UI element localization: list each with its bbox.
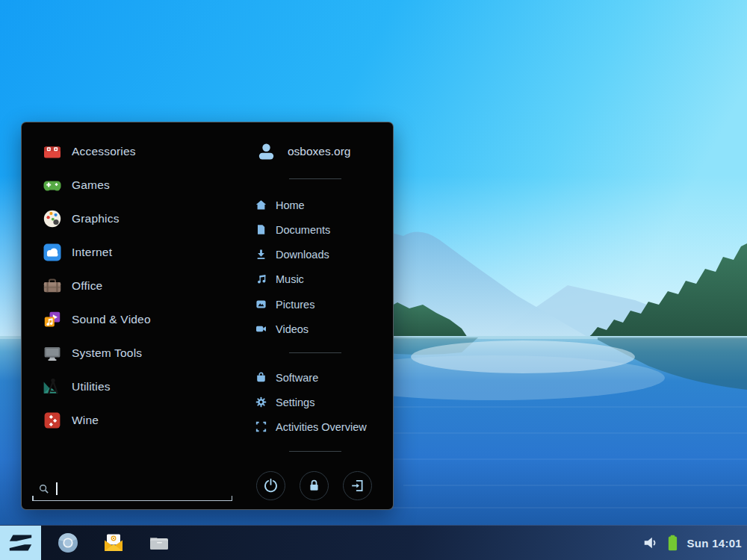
power-button[interactable] — [256, 471, 285, 500]
place-videos[interactable]: Videos — [255, 317, 397, 341]
taskbar-spacer — [182, 526, 642, 560]
logout-button[interactable] — [343, 471, 372, 500]
place-downloads[interactable]: Downloads — [255, 242, 397, 267]
user-menu-item[interactable]: osboxes.org — [256, 140, 350, 164]
divider — [289, 352, 341, 353]
place-home[interactable]: Home — [255, 193, 397, 217]
category-label: Sound & Video — [72, 313, 151, 326]
session-actions — [256, 471, 372, 500]
menu-item-label: Settings — [276, 396, 314, 408]
exit-arrow-icon — [350, 478, 365, 494]
envelope-at-icon — [102, 532, 125, 554]
speaker-icon — [642, 535, 659, 551]
place-label: Videos — [276, 323, 309, 335]
menu-category-system-tools[interactable]: System Tools — [42, 336, 238, 370]
place-label: Documents — [276, 224, 330, 236]
folder-icon — [148, 532, 170, 554]
palette-icon — [42, 208, 63, 229]
menu-item-label: Software — [276, 372, 318, 384]
music-notes-icon — [255, 273, 267, 284]
zorin-logo-icon — [8, 534, 33, 552]
menu-item-settings[interactable]: Settings — [255, 390, 397, 414]
menu-category-accessories[interactable]: Accessories — [42, 134, 238, 168]
gear-icon — [255, 396, 267, 408]
software-bag-icon — [255, 372, 267, 383]
category-label: Accessories — [72, 145, 136, 158]
document-icon — [255, 224, 267, 235]
chromium-globe-icon — [57, 532, 79, 554]
menu-category-wine[interactable]: Wine — [42, 403, 238, 437]
menu-item-activities-overview[interactable]: Activities Overview — [255, 414, 397, 439]
briefcase-icon — [42, 276, 63, 296]
divider — [289, 451, 341, 452]
video-camera-icon — [255, 323, 267, 335]
taskbar-status-area: Sun 14:01 — [642, 526, 747, 560]
category-label: Graphics — [72, 212, 120, 225]
menu-item-software[interactable]: Software — [255, 365, 397, 390]
menu-category-utilities[interactable]: Utilities — [42, 370, 238, 403]
menu-category-games[interactable]: Games — [42, 168, 238, 202]
menu-category-internet[interactable]: Internet — [42, 235, 238, 269]
place-label: Home — [276, 199, 305, 211]
cloud-icon — [42, 242, 63, 263]
lock-button[interactable] — [300, 471, 329, 500]
text-cursor — [56, 482, 58, 495]
category-label: System Tools — [72, 346, 142, 360]
place-label: Downloads — [276, 249, 329, 261]
app-menu-panel: Accessories Games Graphics — [21, 122, 394, 510]
place-pictures[interactable]: Pictures — [255, 292, 397, 317]
zorin-menu-button[interactable] — [0, 526, 41, 560]
menu-category-office[interactable]: Office — [42, 269, 238, 302]
media-note-play-icon — [42, 309, 63, 330]
place-documents[interactable]: Documents — [255, 217, 397, 242]
search-icon — [39, 484, 49, 494]
category-label: Utilities — [72, 380, 111, 393]
place-label: Pictures — [276, 299, 314, 311]
padlock-icon — [306, 478, 322, 494]
monitor-icon — [42, 343, 63, 364]
place-music[interactable]: Music — [255, 267, 397, 291]
mail-app-button[interactable] — [90, 526, 136, 560]
taskbar: Sun 14:01 — [0, 525, 747, 560]
battery-full-icon — [667, 534, 678, 553]
wine-diamonds-icon — [42, 410, 63, 431]
photo-icon — [255, 299, 267, 310]
menu-category-sound-video[interactable]: Sound & Video — [42, 302, 238, 336]
drafting-compass-icon — [42, 376, 63, 397]
home-icon — [255, 199, 267, 211]
category-label: Internet — [72, 246, 112, 259]
battery-indicator[interactable] — [667, 534, 678, 553]
download-arrow-icon — [255, 249, 267, 260]
username: osboxes.org — [288, 145, 350, 158]
search-field[interactable] — [32, 479, 232, 501]
files-app-button[interactable] — [136, 526, 182, 560]
browser-app-button[interactable] — [45, 526, 90, 560]
category-label: Games — [72, 178, 110, 192]
place-label: Music — [276, 273, 304, 285]
volume-indicator[interactable] — [642, 535, 659, 551]
category-label: Wine — [72, 414, 99, 427]
power-icon — [263, 478, 279, 494]
menu-category-graphics[interactable]: Graphics — [42, 202, 238, 235]
user-avatar-icon — [256, 142, 276, 162]
divider — [289, 178, 341, 179]
category-label: Office — [72, 279, 102, 293]
menu-item-label: Activities Overview — [276, 421, 367, 433]
clock[interactable]: Sun 14:01 — [686, 537, 742, 550]
taskbar-apps — [45, 526, 182, 560]
toolbox-icon — [42, 141, 63, 162]
gamepad-icon — [42, 175, 63, 196]
overview-brackets-icon — [255, 421, 267, 432]
